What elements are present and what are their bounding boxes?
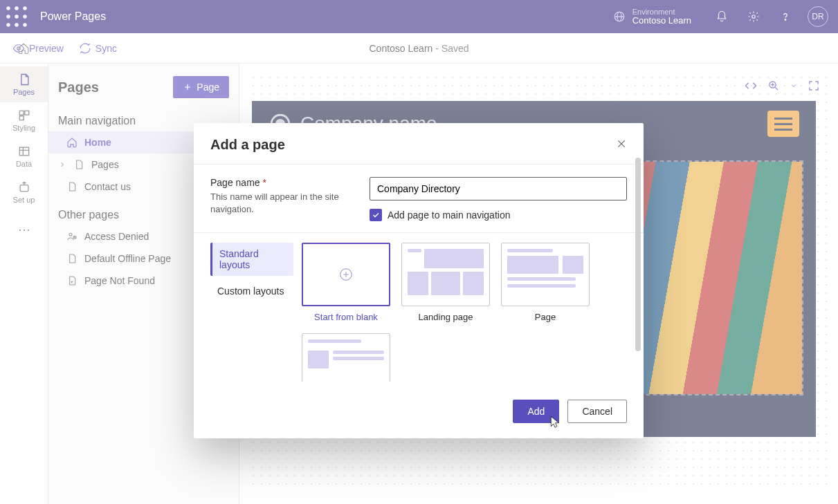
user-avatar[interactable]: DR xyxy=(808,6,828,27)
dialog-title: Add a page xyxy=(210,137,285,153)
nav-item-label: Pages xyxy=(91,159,119,170)
svg-point-11 xyxy=(752,15,756,19)
nav-item-label: Page Not Found xyxy=(84,275,155,286)
svg-rect-14 xyxy=(19,111,24,115)
svg-rect-16 xyxy=(19,116,24,120)
layout-label: Landing page xyxy=(401,312,490,322)
add-page-button[interactable]: Page xyxy=(173,76,229,98)
environment-name: Contoso Learn xyxy=(632,16,691,26)
workspace-rail: Pages Styling Data Set up ⋯ xyxy=(0,64,48,504)
app-title: Power Pages xyxy=(37,10,106,23)
app-launcher-icon[interactable] xyxy=(6,6,28,28)
preview-label: Preview xyxy=(29,43,64,54)
svg-point-6 xyxy=(6,23,10,27)
svg-rect-17 xyxy=(19,147,28,156)
page-name-input[interactable] xyxy=(370,177,627,200)
svg-rect-18 xyxy=(20,185,28,192)
rail-setup[interactable]: Set up xyxy=(0,174,48,210)
add-to-nav-checkbox[interactable] xyxy=(370,209,382,221)
svg-point-5 xyxy=(23,15,27,19)
rail-pages-label: Pages xyxy=(13,88,35,96)
nav-item-label: Default Offline Page xyxy=(84,253,171,264)
code-view-icon[interactable] xyxy=(744,79,758,93)
page-name-label: Page name * xyxy=(210,177,356,188)
breadcrumb: Contoso Learn - Saved xyxy=(370,43,469,54)
svg-point-12 xyxy=(785,19,786,21)
sync-label: Sync xyxy=(95,43,117,54)
rail-more-icon[interactable]: ⋯ xyxy=(0,210,48,246)
fullscreen-icon[interactable] xyxy=(808,80,820,92)
rail-pages[interactable]: Pages xyxy=(0,66,48,102)
save-status: - Saved xyxy=(432,43,468,54)
rail-data-label: Data xyxy=(16,160,32,168)
site-name: Contoso Learn xyxy=(370,43,433,54)
environment-switcher[interactable]: Environment Contoso Learn xyxy=(613,8,691,26)
cancel-button[interactable]: Cancel xyxy=(567,400,627,423)
svg-point-3 xyxy=(6,15,10,19)
top-app-bar: Power Pages Environment Contoso Learn DR xyxy=(0,0,838,33)
nav-item-label: Access Denied xyxy=(84,231,149,242)
svg-point-0 xyxy=(6,6,10,10)
dialog-scrollbar[interactable] xyxy=(635,158,641,351)
add-page-dialog: Add a page Page name * This name will ap… xyxy=(194,123,644,438)
nav-item-label: Home xyxy=(84,137,111,148)
rail-setup-label: Set up xyxy=(13,196,35,204)
svg-point-7 xyxy=(15,23,19,27)
help-icon[interactable] xyxy=(776,7,795,26)
home-icon[interactable] xyxy=(14,39,33,58)
nav-item-label: Contact us xyxy=(84,181,131,192)
add-page-button-label: Page xyxy=(197,82,219,93)
zoom-icon[interactable] xyxy=(767,80,780,92)
svg-point-1 xyxy=(15,6,19,10)
pages-panel-title: Pages xyxy=(58,80,99,95)
page-name-hint: This name will appear in the site naviga… xyxy=(210,191,356,215)
svg-point-8 xyxy=(23,23,27,27)
settings-gear-icon[interactable] xyxy=(744,7,763,26)
notifications-icon[interactable] xyxy=(712,7,731,26)
layout-page[interactable]: Page xyxy=(501,243,590,322)
environment-label: Environment xyxy=(632,8,691,16)
rail-styling-label: Styling xyxy=(12,124,35,132)
layout-start-from-blank[interactable]: Start from blank xyxy=(302,243,390,322)
svg-rect-15 xyxy=(24,111,28,115)
layout-label: Start from blank xyxy=(302,312,390,322)
sub-header: Contoso Learn - Saved Preview Sync xyxy=(0,33,838,64)
layout-extra[interactable] xyxy=(302,333,390,382)
hamburger-menu-icon[interactable] xyxy=(767,111,799,137)
svg-point-2 xyxy=(23,6,27,10)
chevron-right-icon xyxy=(58,159,66,170)
rail-data[interactable]: Data xyxy=(0,138,48,174)
add-button[interactable]: Add xyxy=(513,400,559,423)
tab-standard-layouts[interactable]: Standard layouts xyxy=(210,243,293,276)
sync-button[interactable]: Sync xyxy=(79,42,117,55)
tab-custom-layouts[interactable]: Custom layouts xyxy=(210,280,293,302)
close-icon[interactable] xyxy=(616,138,627,151)
layout-label: Page xyxy=(501,312,590,322)
zoom-dropdown-icon[interactable] xyxy=(790,82,798,90)
svg-point-4 xyxy=(15,15,19,19)
checkbox-label: Add page to main navigation xyxy=(388,209,510,221)
svg-point-19 xyxy=(69,233,72,236)
rail-styling[interactable]: Styling xyxy=(0,102,48,138)
layout-landing-page[interactable]: Landing page xyxy=(401,243,490,322)
